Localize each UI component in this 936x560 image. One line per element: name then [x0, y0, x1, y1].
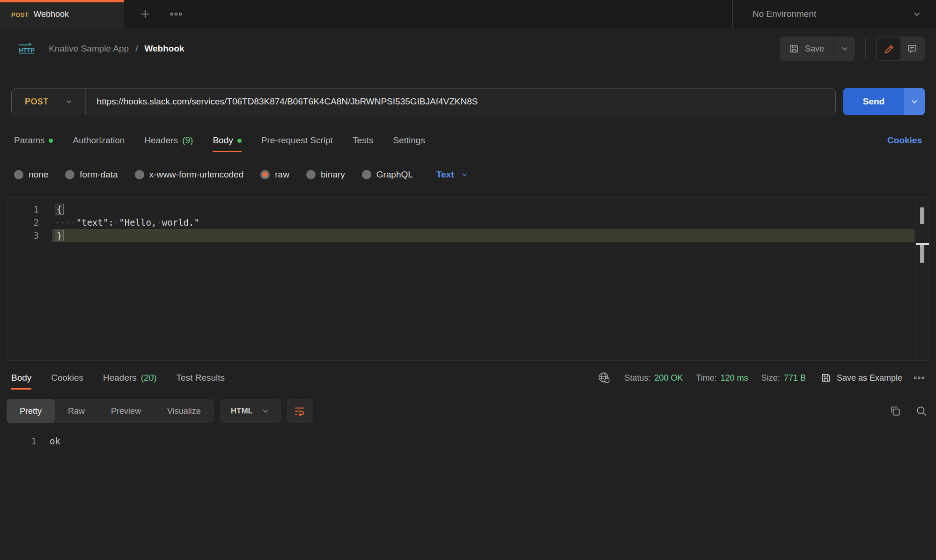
- response-tab-test-results-label: Test Results: [177, 373, 225, 383]
- response-tab-cookies[interactable]: Cookies: [51, 373, 83, 383]
- save-button[interactable]: Save: [780, 37, 833, 61]
- plus-icon: [139, 8, 151, 20]
- response-options-button[interactable]: [914, 376, 925, 380]
- status-label: Status:: [624, 373, 650, 383]
- scrollbar-thumb[interactable]: [920, 207, 924, 224]
- radio-form-data-label: form-data: [80, 169, 118, 180]
- tab-title: Webhook: [33, 9, 69, 19]
- tab-settings-label: Settings: [393, 135, 425, 146]
- editor-line-2: 2 ····"text":·"Hello,·world.": [7, 216, 929, 229]
- radio-binary-label: binary: [321, 169, 345, 180]
- tab-headers[interactable]: Headers (9): [144, 135, 193, 146]
- radio-circle: [65, 170, 74, 179]
- radio-form-data[interactable]: form-data: [65, 169, 118, 180]
- url-input[interactable]: [86, 96, 835, 107]
- comments-button[interactable]: [900, 37, 924, 60]
- tab-pre-request-script[interactable]: Pre-request Script: [261, 135, 333, 146]
- response-tabs: Body Cookies Headers (20) Test Results S…: [11, 368, 925, 388]
- radio-graphql-label: GraphQL: [376, 169, 413, 180]
- search-response-button[interactable]: [915, 405, 928, 417]
- url-builder: POST: [11, 88, 836, 115]
- save-as-example-button[interactable]: Save as Example: [821, 373, 902, 383]
- response-meta: Status: 200 OK Time: 120 ms Size: 771 B …: [597, 371, 925, 385]
- environment-selector[interactable]: No Environment: [733, 0, 936, 28]
- wrap-text-icon: [294, 405, 306, 417]
- tab-params[interactable]: Params: [14, 135, 53, 146]
- cookies-link[interactable]: Cookies: [887, 135, 922, 146]
- response-view-toolbar: Pretty Raw Preview Visualize HTML: [7, 399, 928, 423]
- tab-tests-label: Tests: [353, 135, 373, 146]
- radio-binary[interactable]: binary: [306, 169, 345, 180]
- response-tab-test-results[interactable]: Test Results: [177, 373, 225, 383]
- tab-authorization[interactable]: Authorization: [73, 135, 125, 146]
- view-pretty-button[interactable]: Pretty: [7, 399, 55, 423]
- save-options-button[interactable]: [833, 37, 855, 61]
- radio-none-label: none: [29, 169, 48, 180]
- request-tab-bar: POST Webhook No Environment: [0, 0, 936, 28]
- request-url-row: POST Send: [11, 88, 925, 115]
- tab-tests[interactable]: Tests: [353, 135, 373, 146]
- tab-strip: [124, 0, 572, 28]
- view-preview-button[interactable]: Preview: [98, 399, 154, 423]
- wrap-lines-button[interactable]: [287, 399, 313, 423]
- breadcrumb-collection[interactable]: Knative Sample App: [49, 44, 129, 54]
- request-tabs: Params Authorization Headers (9) Body Pr…: [14, 131, 922, 150]
- view-raw-button[interactable]: Raw: [55, 399, 98, 423]
- view-segmented-control: Pretty Raw Preview Visualize: [7, 399, 214, 423]
- response-tab-body[interactable]: Body: [11, 373, 31, 383]
- method-dropdown[interactable]: POST: [12, 88, 85, 115]
- params-dot-indicator: [49, 139, 53, 143]
- response-tab-headers-label: Headers: [103, 373, 137, 383]
- radio-circle-selected: [260, 170, 270, 179]
- pencil-icon: [883, 43, 894, 54]
- line-number: 3: [7, 229, 52, 242]
- body-dot-indicator: [237, 139, 242, 143]
- tab-settings[interactable]: Settings: [393, 135, 425, 146]
- tab-body[interactable]: Body: [213, 135, 241, 146]
- radio-urlencoded-label: x-www-form-urlencoded: [149, 169, 244, 180]
- headers-count: (9): [182, 135, 193, 146]
- radio-graphql[interactable]: GraphQL: [362, 169, 413, 180]
- format-dropdown[interactable]: HTML: [220, 399, 281, 423]
- chevron-down-icon: [840, 44, 849, 53]
- request-body-editor[interactable]: 1 { 2 ····"text":·"Hello,·world." 3 }: [7, 198, 929, 361]
- time-value: 120 ms: [721, 373, 748, 383]
- radio-circle: [135, 170, 144, 179]
- send-button[interactable]: Send: [843, 88, 904, 115]
- request-header: HTTP Knative Sample App / Webhook Save: [0, 28, 936, 69]
- radio-raw[interactable]: raw: [260, 169, 289, 180]
- code-token: "Hello,: [119, 217, 156, 228]
- comment-icon: [907, 43, 918, 54]
- tab-method-badge: POST: [11, 11, 29, 18]
- radio-circle: [362, 170, 371, 179]
- radio-raw-label: raw: [275, 169, 289, 180]
- radio-x-www-form-urlencoded[interactable]: x-www-form-urlencoded: [135, 169, 244, 180]
- tab-options-button[interactable]: [170, 12, 182, 16]
- chevron-down-icon: [65, 97, 73, 106]
- body-mode-row: none form-data x-www-form-urlencoded raw…: [14, 166, 922, 184]
- line-number: 2: [7, 216, 52, 229]
- raw-type-dropdown[interactable]: Text: [436, 169, 469, 180]
- save-as-example-label: Save as Example: [837, 373, 902, 383]
- editor-scrollbar[interactable]: [915, 198, 929, 360]
- tab-headers-label: Headers: [144, 135, 178, 146]
- code-token: world.": [162, 217, 199, 228]
- new-tab-button[interactable]: [139, 8, 151, 20]
- response-tab-headers[interactable]: Headers (20): [103, 373, 157, 383]
- edit-mode-button[interactable]: [877, 37, 900, 60]
- request-tab[interactable]: POST Webhook: [0, 0, 124, 28]
- active-tab-indicator: [0, 0, 124, 2]
- format-label: HTML: [231, 406, 253, 416]
- copy-response-button[interactable]: [889, 405, 901, 417]
- editor-line-1: 1 {: [7, 203, 929, 216]
- whitespace-dots: ····: [55, 217, 76, 228]
- search-icon: [915, 405, 928, 417]
- view-visualize-button[interactable]: Visualize: [154, 399, 214, 423]
- response-body-text: ok: [37, 435, 60, 448]
- edit-comment-toggle: [876, 37, 925, 61]
- network-globe-lock-icon[interactable]: [597, 371, 611, 385]
- breadcrumb-request-name[interactable]: Webhook: [144, 44, 184, 54]
- tab-bar-spacer: [572, 0, 733, 28]
- radio-none[interactable]: none: [14, 169, 48, 180]
- send-options-button[interactable]: [904, 88, 925, 115]
